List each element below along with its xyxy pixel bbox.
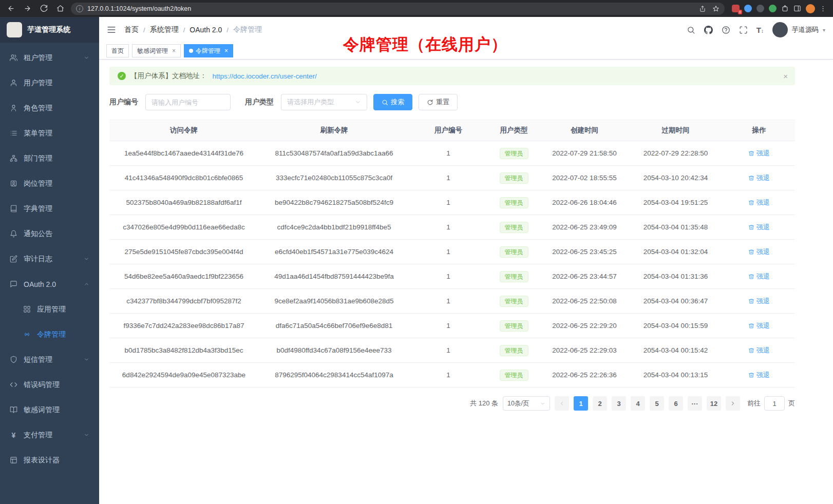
browser-forward-button[interactable] <box>22 3 33 14</box>
github-icon[interactable] <box>704 26 713 34</box>
refresh-token-cell: be90422b8c7946218275a508bf524fc9 <box>258 190 410 215</box>
access-token-cell: 1ea5e44f8bc1467aaede43144f31de76 <box>109 141 258 166</box>
actions-cell: 强退 <box>723 314 795 338</box>
page-more-button[interactable]: ··· <box>688 396 702 411</box>
browser-home-button[interactable] <box>54 3 66 14</box>
breadcrumb-separator: / <box>183 26 185 34</box>
force-logout-button[interactable]: 强退 <box>748 223 770 232</box>
page-button-1[interactable]: 1 <box>574 396 588 411</box>
sidebar-item-sms[interactable]: 短信管理 <box>0 347 99 372</box>
reset-button[interactable]: 重置 <box>419 94 458 110</box>
sidebar-item-audit-log[interactable]: 审计日志 <box>0 246 99 272</box>
page-button-2[interactable]: 2 <box>593 396 607 411</box>
force-logout-button[interactable]: 强退 <box>748 297 770 306</box>
extensions-puzzle-icon[interactable] <box>781 5 789 12</box>
user-id-label: 用户编号 <box>109 98 138 107</box>
user-type-label: 用户类型 <box>245 98 274 107</box>
force-logout-button[interactable]: 强退 <box>748 346 770 355</box>
user-avatar <box>772 22 788 37</box>
trash-icon <box>748 323 754 329</box>
help-icon[interactable] <box>722 26 730 34</box>
side-panel-icon[interactable] <box>793 5 801 12</box>
prev-page-button[interactable] <box>555 396 569 411</box>
close-icon[interactable]: × <box>172 47 176 54</box>
sidebar-collapse-button[interactable] <box>107 25 116 34</box>
sidebar-item-sensitive-word[interactable]: 敏感词管理 <box>0 397 99 422</box>
sidebar-item-oauth-app[interactable]: 应用管理 <box>0 297 99 322</box>
sidebar-item-tenant[interactable]: 租户管理 <box>0 45 99 70</box>
next-page-button[interactable] <box>726 396 740 411</box>
tab-home[interactable]: 首页 <box>106 44 129 57</box>
actions-cell: 强退 <box>723 338 795 363</box>
close-icon[interactable]: × <box>783 72 788 81</box>
page-button-6[interactable]: 6 <box>669 396 683 411</box>
user-type-select-placeholder: 请选择用户类型 <box>287 98 334 107</box>
page-button-4[interactable]: 4 <box>631 396 645 411</box>
user-type-cell: 管理员 <box>487 314 541 338</box>
sidebar-item-error-code[interactable]: 错误码管理 <box>0 372 99 397</box>
extension-dark-icon[interactable] <box>756 5 764 12</box>
tab-token-active[interactable]: 令牌管理 × <box>184 44 233 57</box>
sidebar-item-dict[interactable]: 字典管理 <box>0 196 99 221</box>
access-token-cell: c347026e805e4d99b0d116eae66eda8c <box>109 215 258 240</box>
user-id-cell: 1 <box>410 215 487 240</box>
sidebar-item-report-designer[interactable]: 报表设计器 <box>0 448 99 473</box>
extension-blue-icon[interactable] <box>744 5 752 12</box>
sidebar-item-role[interactable]: 角色管理 <box>0 95 99 121</box>
force-logout-button[interactable]: 强退 <box>748 272 770 281</box>
search-icon[interactable] <box>687 26 695 34</box>
sidebar-item-menu[interactable]: 菜单管理 <box>0 121 99 146</box>
sidebar-item-pay[interactable]: ¥ 支付管理 <box>0 422 99 448</box>
user-menu[interactable]: 芋道源码 ▾ <box>772 22 825 37</box>
user-type-select[interactable]: 请选择用户类型 <box>281 94 367 110</box>
user-id-input[interactable] <box>145 94 231 110</box>
sidebar-item-label: 字典管理 <box>24 204 52 214</box>
bookmark-star-icon[interactable] <box>712 5 720 12</box>
page-button-3[interactable]: 3 <box>612 396 626 411</box>
page-size-select[interactable]: 10条/页 <box>503 396 550 411</box>
sidebar-item-oauth[interactable]: OAuth 2.0 <box>0 272 99 297</box>
browser-menu-icon[interactable]: ⋮ <box>820 5 826 12</box>
force-logout-button[interactable]: 强退 <box>748 198 770 207</box>
sidebar-item-dept[interactable]: 部门管理 <box>0 146 99 171</box>
force-logout-button[interactable]: 强退 <box>748 173 770 183</box>
force-logout-button[interactable]: 强退 <box>748 371 770 380</box>
extension-red-icon[interactable]: 0 <box>732 5 740 12</box>
share-icon[interactable] <box>699 5 706 12</box>
tab-label: 敏感词管理 <box>137 47 168 55</box>
sidebar-item-user[interactable]: 用户管理 <box>0 70 99 95</box>
breadcrumb-oauth[interactable]: OAuth 2.0 <box>190 26 222 34</box>
extension-green-icon[interactable] <box>769 5 777 12</box>
browser-reload-button[interactable] <box>38 3 49 14</box>
address-bar[interactable]: i 127.0.0.1:1024/system/oauth2/token <box>71 3 725 15</box>
user-type-cell: 管理员 <box>487 240 541 264</box>
breadcrumb-system[interactable]: 系统管理 <box>150 25 179 34</box>
site-info-icon[interactable]: i <box>76 5 83 12</box>
user-type-badge: 管理员 <box>500 271 528 282</box>
fullscreen-icon[interactable] <box>739 26 748 34</box>
app-grid-icon <box>23 305 31 313</box>
tab-sensitive-word[interactable]: 敏感词管理 × <box>132 44 181 57</box>
search-button[interactable]: 搜索 <box>373 94 412 110</box>
sidebar-item-oauth-token[interactable]: 令牌管理 <box>0 322 99 347</box>
expire-time-cell: 2054-03-04 00:15:59 <box>628 314 723 338</box>
table-row: 41c41346a548490f9dc8b01c6bfe0865 333ecfc… <box>109 166 795 190</box>
sidebar-item-label: 岗位管理 <box>24 179 52 188</box>
force-logout-button[interactable]: 强退 <box>748 321 770 331</box>
sidebar-item-post[interactable]: 岗位管理 <box>0 171 99 196</box>
font-size-icon[interactable]: T↕ <box>756 26 764 34</box>
force-logout-button[interactable]: 强退 <box>748 247 770 257</box>
goto-page-input[interactable] <box>764 396 785 411</box>
close-icon[interactable]: × <box>224 47 228 54</box>
browser-profile-avatar[interactable] <box>806 4 815 13</box>
user-icon <box>10 79 17 87</box>
sidebar-item-label: 报表设计器 <box>24 456 60 465</box>
browser-back-button[interactable] <box>5 3 16 14</box>
page-button-12[interactable]: 12 <box>707 396 721 411</box>
url-text[interactable]: 127.0.0.1:1024/system/oauth2/token <box>87 5 695 12</box>
sidebar-item-notice[interactable]: 通知公告 <box>0 221 99 246</box>
force-logout-button[interactable]: 强退 <box>748 149 770 158</box>
breadcrumb-home[interactable]: 首页 <box>124 25 139 34</box>
page-button-5[interactable]: 5 <box>650 396 664 411</box>
doc-alert-link[interactable]: https://doc.iocoder.cn/user-center/ <box>213 72 317 80</box>
